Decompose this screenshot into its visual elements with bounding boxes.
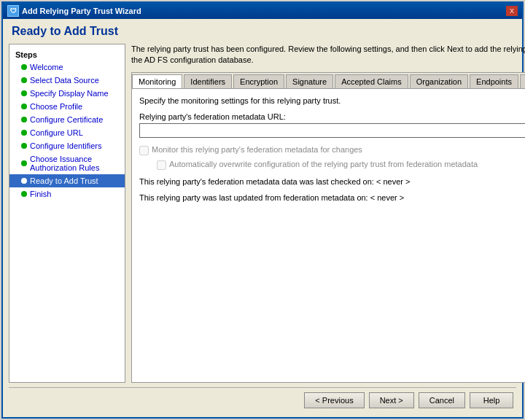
sidebar-label-welcome: Welcome: [30, 63, 63, 71]
next-button[interactable]: Next >: [369, 392, 414, 408]
sidebar-label-specify-display-name: Specify Display Name: [30, 89, 109, 98]
sidebar-dot-ready-to-add: [21, 178, 27, 184]
tab-endpoints[interactable]: Endpoints: [470, 74, 518, 88]
sidebar-label-ready-to-add: Ready to Add Trust: [30, 176, 98, 185]
sidebar: Steps WelcomeSelect Data SourceSpecify D…: [9, 44, 125, 383]
last-updated-label: This relying party was last updated from…: [139, 193, 368, 202]
metadata-url-input[interactable]: [139, 123, 525, 138]
title-bar-left: 🛡 Add Relying Party Trust Wizard: [7, 5, 141, 17]
main-panel: The relying party trust has been configu…: [131, 44, 525, 383]
sidebar-label-configure-url: Configure URL: [30, 128, 83, 137]
url-label: Relying party's federation metadata URL:: [139, 112, 525, 121]
main-window: 🛡 Add Relying Party Trust Wizard X Ready…: [1, 1, 524, 419]
footer: < Previous Next > Cancel Help: [9, 387, 516, 411]
tab-notes[interactable]: Not...: [520, 74, 525, 88]
cancel-button[interactable]: Cancel: [419, 392, 465, 408]
monitor-checkbox[interactable]: [139, 146, 149, 155]
overwrite-checkbox-row: Automatically overwrite configuration of…: [157, 160, 525, 170]
sidebar-item-welcome[interactable]: Welcome: [9, 61, 125, 74]
tab-identifiers[interactable]: Identifiers: [184, 74, 232, 88]
sidebar-label-finish: Finish: [30, 190, 51, 198]
monitor-label: Monitor this relying party's federation …: [152, 145, 362, 154]
overwrite-checkbox[interactable]: [157, 160, 166, 170]
sidebar-item-configure-identifiers[interactable]: Configure Identifiers: [9, 139, 125, 152]
last-checked-label: This relying party's federation metadata…: [139, 177, 374, 186]
tab-container: MonitoringIdentifiersEncryptionSignature…: [131, 72, 525, 383]
monitoring-section-title: Specify the monitoring settings for this…: [139, 96, 525, 105]
sidebar-dot-finish: [21, 191, 27, 197]
last-checked-value: < never >: [376, 177, 410, 186]
sidebar-item-select-data-source[interactable]: Select Data Source: [9, 74, 125, 87]
tab-organization[interactable]: Organization: [410, 74, 468, 88]
title-bar: 🛡 Add Relying Party Trust Wizard X: [3, 3, 522, 19]
window-title: Add Relying Party Trust Wizard: [22, 7, 141, 15]
content-area: Steps WelcomeSelect Data SourceSpecify D…: [9, 44, 516, 383]
tab-signature[interactable]: Signature: [286, 74, 333, 88]
sidebar-label-select-data-source: Select Data Source: [30, 76, 99, 85]
sidebar-dot-choose-issuance: [21, 160, 27, 166]
sidebar-dot-configure-certificate: [21, 117, 27, 122]
help-button[interactable]: Help: [470, 392, 513, 408]
tab-monitoring[interactable]: Monitoring: [132, 74, 182, 89]
sidebar-label-choose-issuance: Choose Issuance Authorization Rules: [30, 155, 119, 172]
sidebar-label-configure-certificate: Configure Certificate: [30, 115, 103, 124]
sidebar-item-finish[interactable]: Finish: [9, 187, 125, 201]
sidebar-dot-welcome: [21, 64, 27, 70]
tab-content-monitoring: Specify the monitoring settings for this…: [132, 89, 525, 382]
tab-encryption[interactable]: Encryption: [233, 74, 284, 88]
monitor-checkbox-row: Monitor this relying party's federation …: [139, 145, 525, 155]
sidebar-item-configure-url[interactable]: Configure URL: [9, 126, 125, 139]
sidebar-dot-specify-display-name: [21, 90, 27, 96]
sidebar-label-choose-profile: Choose Profile: [30, 102, 82, 111]
sidebar-item-configure-certificate[interactable]: Configure Certificate: [9, 113, 125, 126]
previous-button[interactable]: < Previous: [304, 392, 364, 408]
tab-bar: MonitoringIdentifiersEncryptionSignature…: [132, 73, 525, 89]
sidebar-item-ready-to-add[interactable]: Ready to Add Trust: [9, 174, 125, 187]
last-checked-info: This relying party's federation metadata…: [139, 177, 525, 186]
sidebar-item-specify-display-name[interactable]: Specify Display Name: [9, 87, 125, 100]
last-updated-value: < never >: [370, 193, 404, 202]
sidebar-dot-choose-profile: [21, 104, 27, 109]
sidebar-header: Steps: [9, 49, 125, 61]
close-button[interactable]: X: [506, 6, 518, 16]
intro-text: The relying party trust has been configu…: [131, 44, 525, 66]
overwrite-label: Automatically overwrite configuration of…: [169, 160, 478, 168]
window-icon: 🛡: [7, 5, 19, 17]
last-updated-info: This relying party was last updated from…: [139, 193, 525, 202]
window-body: Ready to Add Trust Steps WelcomeSelect D…: [3, 19, 522, 417]
sidebar-item-choose-profile[interactable]: Choose Profile: [9, 100, 125, 113]
page-title: Ready to Add Trust: [9, 25, 516, 38]
sidebar-dot-configure-identifiers: [21, 143, 27, 149]
tab-accepted-claims[interactable]: Accepted Claims: [335, 74, 408, 88]
sidebar-item-choose-issuance[interactable]: Choose Issuance Authorization Rules: [9, 152, 125, 174]
sidebar-dot-configure-url: [21, 130, 27, 136]
sidebar-label-configure-identifiers: Configure Identifiers: [30, 141, 101, 150]
sidebar-dot-select-data-source: [21, 77, 27, 83]
